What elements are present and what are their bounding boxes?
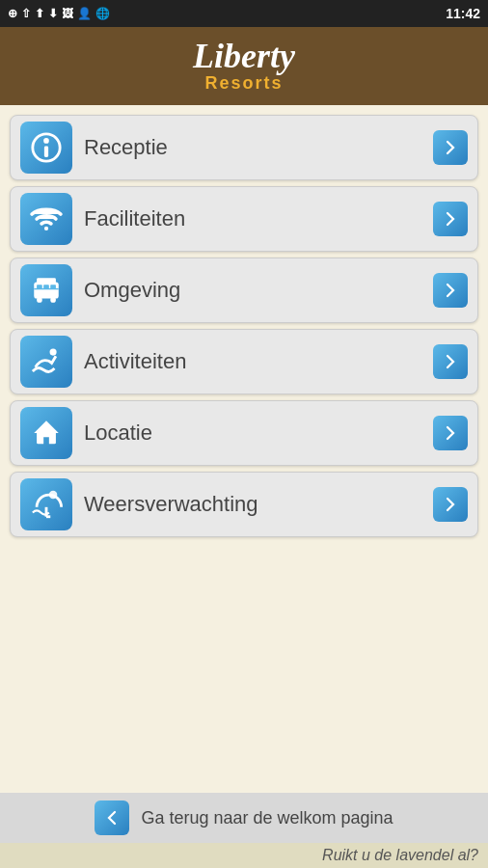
logo-subtitle: Resorts — [204, 73, 283, 94]
bottom-section: Ga terug naar de welkom pagina Ruikt u d… — [0, 793, 488, 868]
activiteiten-icon-box — [20, 336, 72, 388]
clock: 11:42 — [446, 6, 480, 21]
wifi-icon — [30, 203, 63, 235]
person-icon: 👤 — [77, 7, 92, 20]
locatie-arrow — [433, 416, 468, 450]
svg-rect-9 — [37, 285, 42, 288]
back-button-label: Ga terug naar de welkom pagina — [141, 808, 393, 828]
omgeving-label: Omgeving — [84, 278, 433, 303]
locatie-icon-box — [20, 407, 72, 459]
bus-icon — [30, 274, 63, 307]
chevron-right-icon — [442, 424, 459, 442]
activiteiten-label: Activiteiten — [84, 349, 433, 374]
menu-item-omgeving[interactable]: Omgeving — [10, 258, 478, 323]
chevron-right-icon — [442, 139, 459, 156]
menu-item-weersverwachting[interactable]: Weersverwachting — [10, 472, 478, 537]
footer-text: Ruikt u de lavendel al? — [0, 843, 488, 868]
omgeving-icon-box — [20, 264, 72, 316]
weersverwachting-label: Weersverwachting — [84, 492, 433, 517]
svg-rect-5 — [37, 278, 56, 285]
menu-item-activiteiten[interactable]: Activiteiten — [10, 329, 478, 394]
faciliteiten-arrow — [433, 202, 468, 236]
menu-item-faciliteiten[interactable]: Faciliteiten — [10, 186, 478, 252]
chevron-left-icon — [103, 809, 121, 827]
status-icons: ⊕ ⇧ ⬆ ⬇ 🖼 👤 🌐 — [8, 7, 110, 20]
chevron-right-icon — [442, 282, 459, 299]
globe-icon: 🌐 — [95, 7, 110, 20]
activiteiten-arrow — [433, 344, 468, 379]
receptie-label: Receptie — [84, 135, 433, 160]
weather-icon — [30, 488, 63, 521]
faciliteiten-label: Faciliteiten — [84, 206, 433, 231]
activity-icon — [30, 345, 63, 378]
menu-item-locatie[interactable]: Locatie — [10, 400, 478, 466]
menu-item-receptie[interactable]: Receptie — [10, 115, 478, 180]
app-header: Liberty Resorts — [0, 27, 488, 105]
chevron-right-icon — [442, 496, 459, 513]
chevron-right-icon — [442, 210, 459, 228]
logo: Liberty Resorts — [193, 39, 295, 94]
back-arrow-box — [95, 800, 129, 835]
receptie-arrow — [433, 130, 468, 165]
locatie-label: Locatie — [84, 420, 433, 446]
svg-point-0 — [43, 138, 49, 144]
svg-rect-11 — [50, 285, 56, 288]
chevron-right-icon — [442, 353, 459, 370]
weersverwachting-icon-box — [20, 478, 72, 530]
download-icon: ⬆ — [35, 7, 44, 20]
photo-icon: 🖼 — [62, 7, 73, 20]
receptie-icon-box — [20, 122, 72, 174]
svg-point-6 — [37, 297, 42, 303]
logo-text: Liberty — [193, 39, 295, 73]
svg-point-7 — [50, 297, 56, 303]
svg-rect-1 — [44, 147, 48, 157]
usb2-icon: ⇧ — [21, 7, 31, 20]
usb-icon: ⊕ — [8, 7, 17, 20]
upload-icon: ⬇ — [48, 7, 58, 20]
svg-rect-10 — [43, 285, 49, 288]
weersverwachting-arrow — [433, 487, 468, 522]
house-icon — [30, 417, 63, 449]
main-content: Receptie Faciliteiten — [0, 105, 488, 793]
back-button[interactable]: Ga terug naar de welkom pagina — [0, 793, 488, 843]
svg-point-3 — [44, 227, 48, 231]
faciliteiten-icon-box — [20, 193, 72, 245]
status-bar: ⊕ ⇧ ⬆ ⬇ 🖼 👤 🌐 11:42 — [0, 0, 488, 27]
omgeving-arrow — [433, 273, 468, 308]
svg-point-12 — [50, 349, 57, 356]
info-icon — [30, 131, 63, 164]
